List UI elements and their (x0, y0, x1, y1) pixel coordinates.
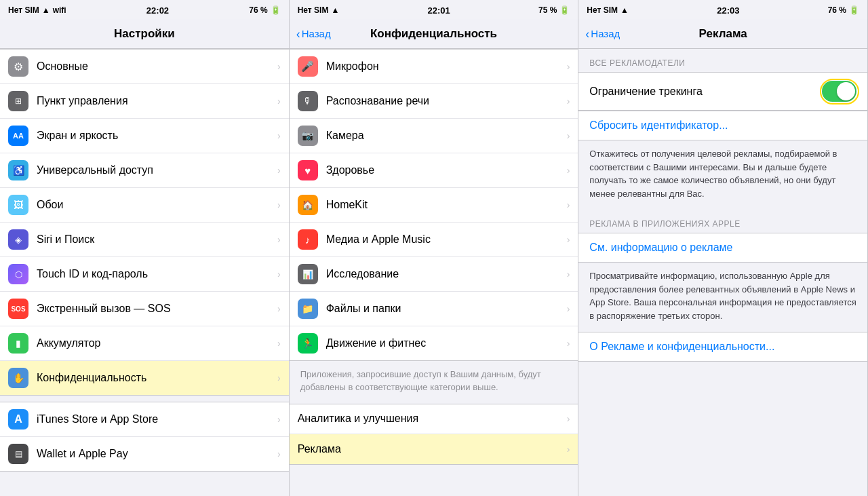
touchid-label: Touch ID и код-пароль (37, 268, 269, 280)
control-label: Пункт управления (37, 95, 269, 107)
wallet-icon: ▤ (8, 444, 28, 464)
mic-label: Микрофон (326, 60, 559, 73)
battery-icon-3: 🔋 (849, 5, 859, 15)
settings-item-access[interactable]: ♿ Универсальный доступ › (0, 153, 289, 188)
back-chevron-3: ‹ (585, 28, 589, 40)
battery-1: 76 % (249, 5, 267, 15)
settings-group-main: ⚙ Основные › ⊞ Пункт управления › AA Экр… (0, 49, 289, 396)
privacy-item-health[interactable]: ♥ Здоровье › (290, 153, 578, 188)
ads-description2: Просматривайте информацию, использованну… (578, 263, 867, 332)
battery-icon-2: 🔋 (559, 5, 570, 15)
back-label-3: Назад (591, 28, 620, 39)
ads-title: Реклама (699, 27, 747, 41)
back-label-2: Назад (302, 28, 331, 39)
back-button-2[interactable]: ‹ Назад (296, 28, 331, 40)
settings-item-siri[interactable]: ◈ Siri и Поиск › (0, 223, 289, 257)
back-button-3[interactable]: ‹ Назад (585, 28, 620, 40)
ad-info-link[interactable]: См. информацию о рекламе (589, 242, 732, 253)
media-label: Медиа и Apple Music (326, 233, 559, 246)
screen-label: Экран и яркость (37, 130, 269, 142)
privacy-item-camera[interactable]: 📷 Камера › (290, 119, 578, 153)
privacy-list: 🎤 Микрофон › 🎙 Распознавание речи › 📷 Ка… (290, 49, 578, 496)
chevron-icon: › (567, 165, 570, 176)
reset-identifier-row[interactable]: Сбросить идентификатор... (578, 111, 867, 140)
settings-item-wallpaper[interactable]: 🖼 Обои › (0, 188, 289, 223)
panel-ads: Нет SIM ▲ 22:03 76 % 🔋 ‹ Назад Реклама В… (578, 0, 868, 496)
siri-label: Siri и Поиск (37, 233, 269, 246)
wallpaper-icon: 🖼 (8, 195, 28, 215)
research-icon: 📊 (298, 264, 318, 284)
reset-link[interactable]: Сбросить идентификатор... (589, 119, 728, 131)
settings-item-itunes[interactable]: A iTunes Store и App Store › (0, 402, 289, 437)
privacy-item-fitness[interactable]: 🏃 Движение и фитнес › (290, 326, 578, 360)
speech-icon: 🎙 (298, 91, 318, 111)
settings-group-store: A iTunes Store и App Store › ▤ Wallet и … (0, 402, 289, 472)
settings-item-control[interactable]: ⊞ Пункт управления › (0, 84, 289, 119)
chevron-icon: › (277, 234, 281, 245)
settings-item-battery[interactable]: ▮ Аккумулятор › (0, 326, 289, 361)
ads-section2-title: РЕКЛАМА В ПРИЛОЖЕНИЯХ APPLE (578, 210, 867, 233)
wifi-icon-1: wifi (53, 5, 66, 15)
privacy-group-analytics: Аналитика и улучшения › Реклама › (290, 404, 578, 465)
media-icon: ♪ (298, 229, 318, 250)
nav-bar-1: Настройки (0, 19, 289, 49)
battery-pct-3: 76 % (828, 5, 846, 15)
signal-icon-3: ▲ (620, 5, 629, 15)
fitness-label: Движение и фитнес (326, 337, 559, 349)
settings-list: ⚙ Основные › ⊞ Пункт управления › AA Экр… (0, 49, 289, 496)
status-right-2: 75 % 🔋 (538, 5, 570, 15)
analytics-label: Аналитика и улучшения (298, 413, 559, 425)
status-left-1: Нет SIM ▲ wifi (8, 5, 66, 15)
chevron-icon: › (567, 199, 570, 210)
ad-privacy-link[interactable]: О Рекламе и конфиденциальности... (589, 341, 774, 352)
chevron-icon: › (277, 373, 281, 383)
privacy-item-analytics[interactable]: Аналитика и улучшения › (290, 404, 578, 434)
ad-info-row[interactable]: См. информацию о рекламе (578, 233, 867, 263)
settings-title: Настройки (114, 27, 175, 41)
privacy-item-ads[interactable]: Реклама › (290, 434, 578, 464)
privacy-icon: ✋ (8, 368, 28, 388)
privacy-label: Конфиденциальность (37, 372, 269, 384)
health-label: Здоровье (326, 164, 559, 176)
settings-item-osnovnye[interactable]: ⚙ Основные › (0, 50, 289, 84)
screen-icon: AA (8, 126, 28, 146)
privacy-item-homekit[interactable]: 🏠 HomeKit › (290, 188, 578, 223)
privacy-group-sensors: 🎤 Микрофон › 🎙 Распознавание речи › 📷 Ка… (290, 49, 578, 361)
privacy-item-speech[interactable]: 🎙 Распознавание речи › (290, 84, 578, 119)
privacy-item-research[interactable]: 📊 Исследование › (290, 257, 578, 292)
ad-privacy-row[interactable]: О Рекламе и конфиденциальности... (578, 332, 867, 362)
chevron-icon: › (567, 413, 570, 424)
time-3: 22:03 (717, 5, 739, 16)
battery-icon: ▮ (8, 333, 28, 354)
privacy-item-mic[interactable]: 🎤 Микрофон › (290, 50, 578, 84)
settings-item-touchid[interactable]: ⬡ Touch ID и код-пароль › (0, 257, 289, 292)
tracking-row: Ограничение трекинга (578, 72, 867, 111)
chevron-icon: › (277, 303, 281, 314)
privacy-item-media[interactable]: ♪ Медиа и Apple Music › (290, 223, 578, 257)
chevron-icon: › (277, 449, 281, 459)
settings-item-wallet[interactable]: ▤ Wallet и Apple Pay › (0, 437, 289, 471)
privacy-item-files[interactable]: 📁 Файлы и папки › (290, 292, 578, 326)
battery-icon-1: 🔋 (271, 5, 281, 15)
chevron-icon: › (277, 96, 281, 107)
carrier-1: Нет SIM (8, 5, 39, 15)
tracking-toggle[interactable] (822, 81, 856, 102)
settings-item-sos[interactable]: SOS Экстренный вызов — SOS › (0, 292, 289, 326)
research-label: Исследование (326, 268, 559, 280)
chevron-icon: › (567, 444, 570, 455)
homekit-label: HomeKit (326, 199, 559, 211)
siri-icon: ◈ (8, 229, 28, 250)
chevron-icon: › (567, 269, 570, 280)
status-left-3: Нет SIM ▲ (587, 5, 629, 15)
carrier-2: Нет SIM (298, 5, 329, 15)
settings-item-screen[interactable]: AA Экран и яркость › (0, 119, 289, 153)
chevron-icon: › (277, 165, 281, 176)
chevron-icon: › (277, 61, 281, 72)
chevron-icon: › (567, 130, 570, 141)
battery-pct-2: 75 % (538, 5, 557, 15)
status-left-2: Нет SIM ▲ (298, 5, 340, 15)
ads-label: Реклама (298, 443, 559, 455)
status-bar-1: Нет SIM ▲ wifi 22:02 76 % 🔋 (0, 0, 289, 19)
settings-item-privacy[interactable]: ✋ Конфиденциальность › (0, 361, 289, 395)
mic-icon: 🎤 (298, 56, 318, 77)
